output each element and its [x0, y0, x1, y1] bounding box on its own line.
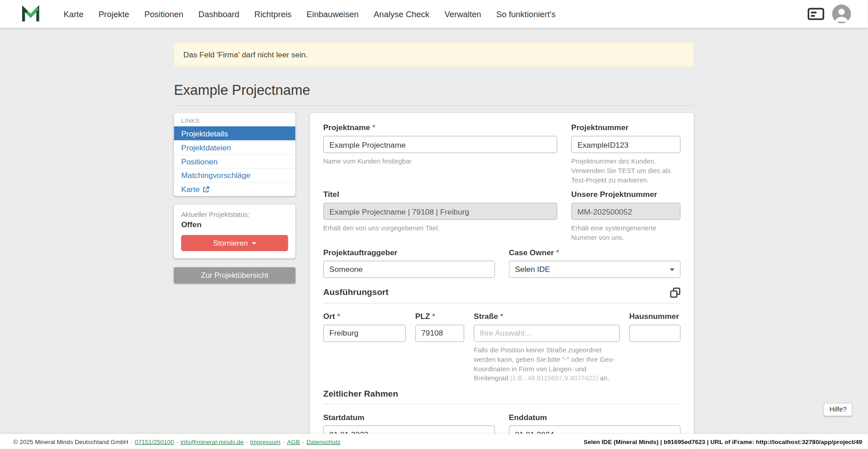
page-footer: © 2025 Mineral Minds Deutschland GmbH · …	[0, 434, 868, 449]
hilfe-button[interactable]: Hilfe?	[824, 403, 852, 416]
hausnummer-input[interactable]	[629, 325, 680, 342]
section-divider	[323, 404, 680, 404]
nav-item-richtpreis[interactable]: Richtpreis	[255, 9, 292, 19]
project-status-card: Aktueller Projektstatus: Offen Storniere…	[174, 204, 296, 258]
footer-link-impressum[interactable]: Impressum	[250, 438, 280, 445]
footer-separator: ·	[131, 438, 133, 445]
required-asterisk: *	[432, 312, 435, 321]
chevron-down-icon	[670, 268, 675, 271]
required-asterisk: *	[556, 248, 559, 257]
copy-address-button[interactable]	[670, 287, 680, 298]
nav-item-einbauweisen[interactable]: Einbauweisen	[307, 9, 359, 19]
projektnummer-help: Projektnummer des Kunden. Verwenden Sie …	[571, 157, 681, 185]
alert-message: Das Feld 'Firma' darf nicht leer sein.	[184, 50, 308, 59]
footer-separator: ·	[246, 438, 248, 445]
mineral-minds-logo-icon[interactable]	[21, 5, 40, 23]
page-title: Example Projectname	[174, 82, 694, 98]
sidebar-item-label: Matchingvorschläge	[181, 171, 251, 180]
strasse-help: Falls die Position keiner Straße zugeord…	[474, 346, 620, 384]
unsere-projektnummer-input	[571, 203, 681, 220]
card-icon[interactable]	[807, 8, 824, 20]
footer-left: © 2025 Mineral Minds Deutschland GmbH · …	[14, 438, 341, 445]
required-asterisk: *	[337, 312, 340, 321]
stornieren-button[interactable]: Stornieren	[181, 235, 288, 251]
section-ausfuehrungsort-title: Ausführungsort	[323, 288, 388, 298]
stornieren-button-label: Stornieren	[213, 239, 248, 247]
projektname-input[interactable]	[323, 136, 557, 153]
titel-label: Titel	[323, 190, 557, 199]
hausnummer-label: Hausnummer	[629, 312, 680, 321]
navbar-right-actions	[807, 5, 851, 23]
main-content: Das Feld 'Firma' darf nicht leer sein. E…	[174, 42, 694, 449]
ort-input[interactable]	[323, 325, 406, 342]
links-card: LINKS Projektdetails Projektdateien Posi…	[174, 113, 296, 196]
main-navigation: Karte Projekte Positionen Dashboard Rich…	[64, 9, 556, 19]
startdatum-label: Startdatum	[323, 413, 495, 422]
footer-link-phone[interactable]: 07151/250100	[135, 438, 174, 445]
projektauftraggeber-label: Projektauftraggeber	[323, 248, 495, 257]
external-link-icon	[203, 186, 210, 193]
sidebar-item-projektdateien[interactable]: Projektdateien	[174, 140, 296, 154]
nav-item-projekte[interactable]: Projekte	[99, 9, 129, 19]
project-sidebar: LINKS Projektdetails Projektdateien Posi…	[174, 113, 296, 283]
footer-link-email[interactable]: info@mineral-minds.de	[180, 438, 244, 445]
zur-projektuebersicht-label: Zur Projektübersicht	[201, 271, 269, 279]
case-owner-select[interactable]: Selen IDE	[509, 261, 681, 278]
project-details-form: Projektname * Name vom Kunden festlegbar…	[310, 113, 693, 449]
strasse-label: Straße *	[474, 312, 620, 321]
top-navbar: Karte Projekte Positionen Dashboard Rich…	[0, 0, 868, 28]
projektnummer-input[interactable]	[571, 136, 681, 153]
projektname-help: Name vom Kunden festlegbar	[323, 157, 557, 167]
chevron-down-icon	[252, 242, 256, 244]
zur-projektuebersicht-button[interactable]: Zur Projektübersicht	[174, 267, 296, 284]
case-owner-selected-value: Selen IDE	[515, 261, 675, 277]
required-asterisk: *	[372, 123, 375, 132]
enddatum-label: Enddatum	[509, 413, 681, 422]
user-avatar-icon[interactable]	[832, 5, 851, 23]
sidebar-item-matchingvorschlaege[interactable]: Matchingvorschläge	[174, 168, 296, 182]
copy-icon	[670, 287, 680, 298]
sidebar-item-label: Positionen	[181, 157, 218, 166]
validation-alert: Das Feld 'Firma' darf nicht leer sein.	[174, 42, 694, 67]
title-divider	[174, 105, 694, 106]
sidebar-item-label: Karte	[181, 185, 200, 194]
section-ausfuehrungsort: Ausführungsort	[323, 287, 680, 298]
links-header: LINKS	[174, 113, 296, 126]
projektname-label: Projektname *	[323, 123, 557, 132]
footer-separator: ·	[176, 438, 179, 445]
nav-item-dashboard[interactable]: Dashboard	[198, 9, 239, 19]
sidebar-item-label: Projektdetails	[181, 129, 228, 138]
section-zeitlicher-rahmen-title: Zeitlicher Rahmen	[323, 389, 398, 399]
sidebar-item-karte[interactable]: Karte	[174, 182, 296, 196]
unsere-projektnummer-label: Unsere Projektnummer	[571, 190, 681, 199]
section-divider	[323, 303, 680, 304]
sidebar-item-label: Projektdateien	[181, 143, 231, 152]
status-label: Aktueller Projektstatus:	[181, 210, 288, 218]
ort-label: Ort *	[323, 312, 406, 321]
case-owner-label: Case Owner *	[509, 248, 681, 257]
application-window: Karte Projekte Positionen Dashboard Rich…	[0, 0, 868, 449]
footer-separator: ·	[283, 438, 285, 445]
projektnummer-label: Projektnummer	[571, 123, 681, 132]
strasse-input[interactable]	[474, 325, 620, 342]
nav-item-analyse-check[interactable]: Analyse Check	[374, 9, 429, 19]
required-asterisk: *	[500, 312, 503, 321]
session-info: Selen IDE (Mineral Minds) | b91695ed7623…	[584, 438, 862, 445]
sidebar-item-projektdetails[interactable]: Projektdetails	[174, 126, 296, 140]
titel-help: Erhält den von uns vorgegebenen Titel.	[323, 224, 557, 234]
nav-item-verwalten[interactable]: Verwalten	[444, 9, 481, 19]
status-badge: Offen	[181, 220, 288, 229]
titel-input	[323, 203, 557, 220]
plz-input[interactable]	[415, 325, 464, 342]
nav-item-positionen[interactable]: Positionen	[144, 9, 183, 19]
sidebar-item-positionen[interactable]: Positionen	[174, 154, 296, 168]
section-zeitlicher-rahmen: Zeitlicher Rahmen	[323, 389, 680, 399]
nav-item-karte[interactable]: Karte	[64, 9, 84, 19]
projektauftraggeber-input[interactable]	[323, 261, 495, 278]
unsere-projektnummer-help: Erhält eine systemgenerierte Nummer von …	[571, 224, 681, 243]
plz-label: PLZ *	[415, 312, 464, 321]
footer-link-agb[interactable]: AGB	[287, 438, 300, 445]
nav-item-so-funktionierts[interactable]: So funktioniert's	[496, 9, 556, 19]
footer-separator: ·	[302, 438, 304, 445]
footer-link-datenschutz[interactable]: Datenschutz	[307, 438, 340, 445]
